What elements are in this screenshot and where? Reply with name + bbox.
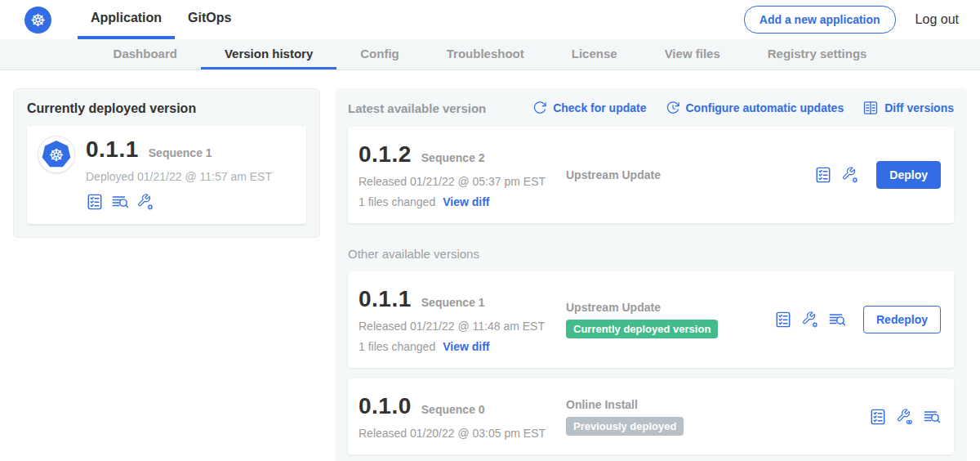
refresh-clock-icon <box>666 101 680 115</box>
tab-gitops[interactable]: GitOps <box>175 0 244 39</box>
subtab-config[interactable]: Config <box>336 39 422 69</box>
subtab-troubleshoot[interactable]: Troubleshoot <box>423 39 548 69</box>
version-card-0-1-0: 0.1.0 Sequence 0 Released 01/20/22 @ 03:… <box>348 378 954 454</box>
version-number: 0.1.0 <box>359 393 412 419</box>
files-changed-label: 1 files changed <box>359 195 435 208</box>
configure-automatic-updates-link[interactable]: Configure automatic updates <box>666 101 844 115</box>
app-logo: ☸ <box>38 137 74 172</box>
sequence-label: Sequence 1 <box>421 296 485 309</box>
top-bar: ☸ Application GitOps Add a new applicati… <box>0 0 980 39</box>
deployed-timestamp: Deployed 01/21/22 @ 11:57 am EST <box>86 170 272 183</box>
released-timestamp: Released 01/20/22 @ 03:05 pm EST <box>359 427 566 440</box>
deployed-version-tile: ☸ 0.1.1 Sequence 1 Deployed 01/21/22 @ 1… <box>27 126 306 224</box>
deploy-button[interactable]: Deploy <box>876 161 941 189</box>
edit-config-icon[interactable] <box>136 193 154 211</box>
deployed-sequence-label: Sequence 1 <box>149 146 212 159</box>
view-logs-icon[interactable] <box>111 193 129 211</box>
add-new-application-button[interactable]: Add a new application <box>744 6 896 34</box>
other-available-title: Other available versions <box>348 247 954 261</box>
currently-deployed-title: Currently deployed version <box>27 101 306 116</box>
view-diff-link[interactable]: View diff <box>443 340 489 353</box>
currently-deployed-badge: Currently deployed version <box>566 320 718 338</box>
view-config-icon[interactable] <box>896 408 914 426</box>
preflight-checklist-icon[interactable] <box>869 408 887 426</box>
check-for-update-label: Check for update <box>553 101 646 114</box>
refresh-icon <box>532 101 547 115</box>
diff-versions-label: Diff versions <box>884 101 954 114</box>
kubernetes-logo-icon: ☸ <box>24 7 51 34</box>
preflight-checklist-icon[interactable] <box>86 193 104 211</box>
previously-deployed-badge: Previously deployed <box>566 417 684 436</box>
tab-application[interactable]: Application <box>78 0 175 39</box>
version-card-0-1-1: 0.1.1 Sequence 1 Released 01/21/22 @ 11:… <box>348 271 954 368</box>
top-right-actions: Add a new application Log out <box>744 6 959 34</box>
sequence-label: Sequence 0 <box>421 403 485 416</box>
version-number: 0.1.2 <box>359 141 412 168</box>
version-source-label: Upstream Update <box>566 168 814 181</box>
subtab-view-files[interactable]: View files <box>641 39 744 69</box>
latest-available-title: Latest available version <box>348 101 486 115</box>
redeploy-button[interactable]: Redeploy <box>863 306 941 333</box>
subtab-registry-settings[interactable]: Registry settings <box>744 39 891 69</box>
edit-config-icon[interactable] <box>841 166 859 184</box>
files-changed-label: 1 files changed <box>359 340 435 353</box>
edit-config-icon[interactable] <box>801 311 819 329</box>
version-number: 0.1.1 <box>359 286 412 312</box>
subtab-version-history[interactable]: Version history <box>201 39 336 69</box>
check-for-update-link[interactable]: Check for update <box>532 101 646 115</box>
top-tabs: Application GitOps <box>78 0 244 39</box>
view-diff-link[interactable]: View diff <box>443 195 489 208</box>
subtab-license[interactable]: License <box>548 39 641 69</box>
version-history-panel: Latest available version Check for updat… <box>335 88 967 461</box>
version-card-0-1-2: 0.1.2 Sequence 2 Released 01/21/22 @ 05:… <box>348 127 954 223</box>
preflight-checklist-icon[interactable] <box>774 311 792 329</box>
currently-deployed-card: Currently deployed version ☸ 0.1.1 Seque… <box>13 88 320 238</box>
kubernetes-helm-icon: ☸ <box>42 141 71 168</box>
version-source-label: Online Install <box>566 398 869 411</box>
diff-versions-link[interactable]: Diff versions <box>862 100 954 116</box>
sequence-label: Sequence 2 <box>421 151 485 164</box>
view-logs-icon[interactable] <box>828 311 846 329</box>
released-timestamp: Released 01/21/22 @ 11:48 am EST <box>359 320 566 333</box>
diff-icon <box>862 100 879 116</box>
logout-button[interactable]: Log out <box>915 12 959 27</box>
deployed-version-number: 0.1.1 <box>86 137 139 163</box>
view-logs-icon[interactable] <box>923 408 941 426</box>
app-subnav: Dashboard Version history Config Trouble… <box>0 39 980 70</box>
configure-automatic-updates-label: Configure automatic updates <box>686 101 844 114</box>
preflight-checklist-icon[interactable] <box>814 166 832 184</box>
released-timestamp: Released 01/21/22 @ 05:37 pm EST <box>359 175 566 188</box>
subtab-dashboard[interactable]: Dashboard <box>90 39 201 69</box>
main-content: Currently deployed version ☸ 0.1.1 Seque… <box>0 70 980 461</box>
version-source-label: Upstream Update <box>566 301 774 314</box>
